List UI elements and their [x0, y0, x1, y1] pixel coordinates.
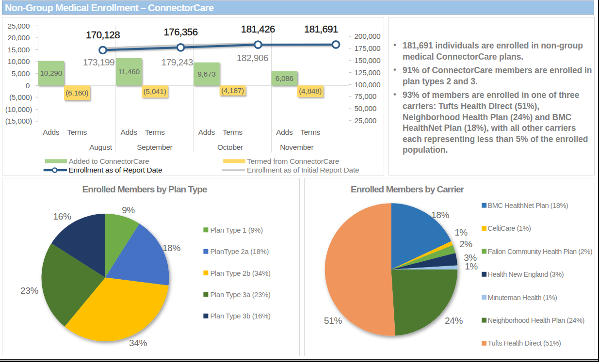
- svg-text:Minuteman Health (1%): Minuteman Health (1%): [488, 294, 557, 301]
- svg-text:(15,000): (15,000): [5, 117, 32, 125]
- svg-text:150,000: 150,000: [355, 56, 381, 64]
- svg-text:Plan Type 1 (9%): Plan Type 1 (9%): [210, 226, 263, 234]
- svg-text:Plan Type 3a (23%): Plan Type 3a (23%): [210, 291, 271, 299]
- svg-text:Tufts Health Direct (51%): Tufts Health Direct (51%): [488, 339, 561, 347]
- svg-text:125,000: 125,000: [355, 68, 381, 77]
- svg-text:100,000: 100,000: [355, 80, 381, 89]
- svg-text:Neighborhood Health Plan (24%): Neighborhood Health Plan (24%): [488, 317, 584, 324]
- svg-text:25,000: 25,000: [355, 116, 377, 125]
- svg-text:(5,000): (5,000): [9, 93, 32, 101]
- svg-text:23%: 23%: [20, 285, 38, 296]
- svg-text:176,356: 176,356: [164, 26, 198, 37]
- svg-text:Adds: Adds: [121, 128, 138, 136]
- svg-text:16%: 16%: [53, 211, 71, 222]
- svg-text:(6,160): (6,160): [65, 89, 88, 97]
- svg-text:Plan Type 2b (34%): Plan Type 2b (34%): [210, 269, 271, 277]
- svg-text:1%: 1%: [454, 227, 468, 237]
- svg-text:(4,187): (4,187): [221, 86, 244, 95]
- svg-text:181,426: 181,426: [241, 23, 275, 34]
- svg-text:10,290: 10,290: [40, 69, 62, 77]
- svg-text:(4,848): (4,848): [299, 87, 322, 95]
- svg-text:PlanType 2a (18%): PlanType 2a (18%): [210, 248, 269, 255]
- svg-text:August: August: [89, 143, 112, 151]
- svg-text:Health New England (3%): Health New England (3%): [488, 270, 564, 278]
- svg-text:September: September: [137, 143, 172, 151]
- svg-text:Enrollment as of Report Date: Enrollment as of Report Date: [68, 166, 162, 174]
- svg-text:18%: 18%: [162, 243, 180, 253]
- svg-text:11,460: 11,460: [118, 67, 140, 76]
- svg-text:75,000: 75,000: [355, 92, 377, 100]
- svg-text:20,000: 20,000: [7, 33, 30, 42]
- svg-text:(10,000): (10,000): [5, 105, 32, 113]
- svg-text:Enrolled Members by Plan Type: Enrolled Members by Plan Type: [82, 184, 207, 194]
- svg-text:34%: 34%: [129, 338, 147, 348]
- svg-text:Enrollment as of Initial Repor: Enrollment as of Initial Report Date: [247, 166, 359, 174]
- svg-text:25,000: 25,000: [7, 22, 30, 30]
- svg-text:173,199: 173,199: [83, 57, 114, 67]
- svg-text:181,691: 181,691: [304, 23, 338, 34]
- svg-text:182,906: 182,906: [237, 53, 268, 63]
- svg-text:5,000: 5,000: [12, 69, 30, 78]
- svg-text:9%: 9%: [122, 205, 135, 215]
- svg-text:October: October: [217, 143, 243, 151]
- svg-text:CeltiCare (1%): CeltiCare (1%): [488, 224, 531, 232]
- svg-text:Terms: Terms: [145, 128, 165, 136]
- svg-text:BMC HealthNet Plan (18%): BMC HealthNet Plan (18%): [488, 202, 568, 209]
- svg-text:Terms: Terms: [223, 128, 243, 136]
- svg-text:24%: 24%: [445, 316, 463, 326]
- svg-text:Fallon Community Health Plan (: Fallon Community Health Plan (2%): [488, 248, 592, 255]
- svg-text:200,000: 200,000: [355, 32, 381, 40]
- svg-text:179,243: 179,243: [162, 57, 193, 67]
- svg-text:Terms: Terms: [300, 128, 320, 136]
- svg-text:Plan Type 3b (16%): Plan Type 3b (16%): [210, 312, 271, 320]
- svg-text:1%: 1%: [465, 261, 478, 271]
- svg-text:18%: 18%: [431, 210, 449, 220]
- svg-text:Adds: Adds: [43, 128, 60, 136]
- svg-text:Adds: Adds: [198, 128, 215, 136]
- svg-text:(5,041): (5,041): [143, 87, 166, 95]
- svg-text:Termed from ConnectorCare: Termed from ConnectorCare: [247, 157, 339, 165]
- svg-text:51%: 51%: [324, 316, 342, 326]
- svg-text:170,128: 170,128: [86, 29, 120, 40]
- svg-text:Adds: Adds: [276, 128, 293, 136]
- svg-text:Terms: Terms: [67, 128, 87, 136]
- svg-text:Added to ConnectorCare: Added to ConnectorCare: [68, 157, 149, 165]
- svg-text:15,000: 15,000: [7, 46, 30, 54]
- svg-text:9,673: 9,673: [197, 70, 215, 78]
- svg-text:Enrolled Members by Carrier: Enrolled Members by Carrier: [351, 184, 464, 194]
- svg-text:50,000: 50,000: [355, 104, 377, 112]
- svg-text:November: November: [280, 143, 313, 151]
- svg-text:0: 0: [26, 81, 30, 90]
- svg-text:10,000: 10,000: [7, 57, 30, 65]
- svg-text:6,086: 6,086: [275, 74, 293, 82]
- svg-text:2%: 2%: [459, 239, 472, 249]
- svg-text:175,000: 175,000: [355, 44, 381, 52]
